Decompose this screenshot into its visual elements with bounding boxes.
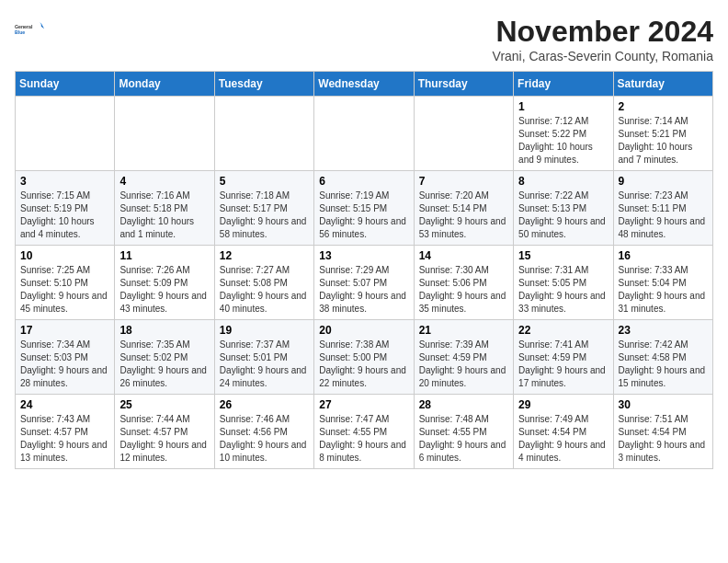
day-info: Sunrise: 7:37 AM Sunset: 5:01 PM Dayligh… [220,339,309,390]
calendar-week-row: 24Sunrise: 7:43 AM Sunset: 4:57 PM Dayli… [16,395,713,469]
calendar-day-header: Thursday [414,72,513,97]
day-number: 8 [518,175,608,188]
day-info: Sunrise: 7:23 AM Sunset: 5:11 PM Dayligh… [619,190,708,241]
calendar-cell: 13Sunrise: 7:29 AM Sunset: 5:07 PM Dayli… [314,246,414,320]
calendar-cell: 9Sunrise: 7:23 AM Sunset: 5:11 PM Daylig… [613,171,712,246]
calendar-cell: 27Sunrise: 7:47 AM Sunset: 4:55 PM Dayli… [314,395,414,469]
day-number: 18 [119,324,209,337]
day-info: Sunrise: 7:48 AM Sunset: 4:55 PM Dayligh… [419,413,508,465]
day-number: 26 [220,398,309,411]
calendar-day-header: Wednesday [314,72,414,97]
calendar-cell: 25Sunrise: 7:44 AM Sunset: 4:57 PM Dayli… [115,395,214,469]
day-info: Sunrise: 7:26 AM Sunset: 5:09 PM Dayligh… [119,264,209,316]
day-number: 5 [220,175,309,188]
calendar-week-row: 17Sunrise: 7:34 AM Sunset: 5:03 PM Dayli… [16,320,713,395]
calendar-day-header: Sunday [16,72,115,97]
day-info: Sunrise: 7:27 AM Sunset: 5:08 PM Dayligh… [220,264,309,316]
day-number: 22 [518,324,608,337]
calendar-cell: 5Sunrise: 7:18 AM Sunset: 5:17 PM Daylig… [214,171,313,246]
day-number: 21 [419,324,508,337]
day-number: 2 [619,100,708,113]
day-info: Sunrise: 7:25 AM Sunset: 5:10 PM Dayligh… [20,264,109,316]
calendar-cell: 6Sunrise: 7:19 AM Sunset: 5:15 PM Daylig… [314,171,414,246]
calendar-cell [314,97,414,171]
day-info: Sunrise: 7:22 AM Sunset: 5:13 PM Dayligh… [518,190,608,241]
day-number: 11 [119,249,209,262]
day-number: 15 [518,249,608,262]
calendar-cell: 3Sunrise: 7:15 AM Sunset: 5:19 PM Daylig… [16,171,115,246]
day-number: 12 [220,249,309,262]
day-info: Sunrise: 7:49 AM Sunset: 4:54 PM Dayligh… [518,413,608,465]
day-info: Sunrise: 7:39 AM Sunset: 4:59 PM Dayligh… [419,339,508,390]
day-number: 17 [20,324,109,337]
day-info: Sunrise: 7:41 AM Sunset: 4:59 PM Dayligh… [518,339,608,390]
calendar-cell: 10Sunrise: 7:25 AM Sunset: 5:10 PM Dayli… [16,246,115,320]
title-area: November 2024 Vrani, Caras-Severin Count… [493,15,713,63]
day-number: 1 [518,100,608,113]
calendar-cell: 17Sunrise: 7:34 AM Sunset: 5:03 PM Dayli… [16,320,115,395]
calendar-cell: 14Sunrise: 7:30 AM Sunset: 5:06 PM Dayli… [414,246,513,320]
calendar-cell: 8Sunrise: 7:22 AM Sunset: 5:13 PM Daylig… [514,171,613,246]
day-info: Sunrise: 7:15 AM Sunset: 5:19 PM Dayligh… [20,190,109,241]
calendar-table: SundayMondayTuesdayWednesdayThursdayFrid… [15,71,713,469]
calendar-cell [115,97,214,171]
calendar-cell: 19Sunrise: 7:37 AM Sunset: 5:01 PM Dayli… [214,320,313,395]
calendar-cell [414,97,513,171]
day-info: Sunrise: 7:38 AM Sunset: 5:00 PM Dayligh… [319,339,408,390]
calendar-cell: 7Sunrise: 7:20 AM Sunset: 5:14 PM Daylig… [414,171,513,246]
day-number: 28 [419,398,508,411]
calendar-cell: 16Sunrise: 7:33 AM Sunset: 5:04 PM Dayli… [613,246,712,320]
calendar-cell: 2Sunrise: 7:14 AM Sunset: 5:21 PM Daylig… [613,97,712,171]
day-number: 7 [419,175,508,188]
day-info: Sunrise: 7:47 AM Sunset: 4:55 PM Dayligh… [319,413,408,465]
day-number: 25 [119,398,209,411]
day-info: Sunrise: 7:34 AM Sunset: 5:03 PM Dayligh… [20,339,109,390]
calendar-week-row: 3Sunrise: 7:15 AM Sunset: 5:19 PM Daylig… [16,171,713,246]
logo: General Blue [15,15,48,44]
day-info: Sunrise: 7:14 AM Sunset: 5:21 PM Dayligh… [619,115,708,167]
day-info: Sunrise: 7:51 AM Sunset: 4:54 PM Dayligh… [619,413,708,465]
calendar-cell: 26Sunrise: 7:46 AM Sunset: 4:56 PM Dayli… [214,395,313,469]
day-info: Sunrise: 7:29 AM Sunset: 5:07 PM Dayligh… [319,264,408,316]
day-info: Sunrise: 7:18 AM Sunset: 5:17 PM Dayligh… [220,190,309,241]
day-number: 9 [619,175,708,188]
calendar-cell: 21Sunrise: 7:39 AM Sunset: 4:59 PM Dayli… [414,320,513,395]
calendar-week-row: 1Sunrise: 7:12 AM Sunset: 5:22 PM Daylig… [16,97,713,171]
calendar-cell: 18Sunrise: 7:35 AM Sunset: 5:02 PM Dayli… [115,320,214,395]
day-number: 23 [619,324,708,337]
calendar-cell: 30Sunrise: 7:51 AM Sunset: 4:54 PM Dayli… [613,395,712,469]
day-number: 19 [220,324,309,337]
day-info: Sunrise: 7:44 AM Sunset: 4:57 PM Dayligh… [119,413,209,465]
day-info: Sunrise: 7:43 AM Sunset: 4:57 PM Dayligh… [20,413,109,465]
day-info: Sunrise: 7:35 AM Sunset: 5:02 PM Dayligh… [119,339,209,390]
calendar-cell: 29Sunrise: 7:49 AM Sunset: 4:54 PM Dayli… [514,395,613,469]
day-info: Sunrise: 7:46 AM Sunset: 4:56 PM Dayligh… [220,413,309,465]
day-number: 24 [20,398,109,411]
logo-icon: General Blue [15,15,44,44]
calendar-cell: 24Sunrise: 7:43 AM Sunset: 4:57 PM Dayli… [16,395,115,469]
day-number: 4 [119,175,209,188]
calendar-cell: 15Sunrise: 7:31 AM Sunset: 5:05 PM Dayli… [514,246,613,320]
day-number: 10 [20,249,109,262]
calendar-cell: 23Sunrise: 7:42 AM Sunset: 4:58 PM Dayli… [613,320,712,395]
calendar-cell: 11Sunrise: 7:26 AM Sunset: 5:09 PM Dayli… [115,246,214,320]
calendar-header-row: SundayMondayTuesdayWednesdayThursdayFrid… [16,72,713,97]
calendar-week-row: 10Sunrise: 7:25 AM Sunset: 5:10 PM Dayli… [16,246,713,320]
svg-text:Blue: Blue [15,29,25,35]
day-info: Sunrise: 7:12 AM Sunset: 5:22 PM Dayligh… [518,115,608,167]
calendar-cell: 20Sunrise: 7:38 AM Sunset: 5:00 PM Dayli… [314,320,414,395]
day-number: 16 [619,249,708,262]
page-header: General Blue November 2024 Vrani, Caras-… [15,15,713,63]
day-number: 3 [20,175,109,188]
day-number: 14 [419,249,508,262]
day-number: 30 [619,398,708,411]
day-number: 29 [518,398,608,411]
calendar-cell: 1Sunrise: 7:12 AM Sunset: 5:22 PM Daylig… [514,97,613,171]
day-info: Sunrise: 7:30 AM Sunset: 5:06 PM Dayligh… [419,264,508,316]
day-info: Sunrise: 7:20 AM Sunset: 5:14 PM Dayligh… [419,190,508,241]
calendar-day-header: Saturday [613,72,712,97]
calendar-cell: 28Sunrise: 7:48 AM Sunset: 4:55 PM Dayli… [414,395,513,469]
day-number: 20 [319,324,408,337]
day-info: Sunrise: 7:42 AM Sunset: 4:58 PM Dayligh… [619,339,708,390]
day-number: 27 [319,398,408,411]
